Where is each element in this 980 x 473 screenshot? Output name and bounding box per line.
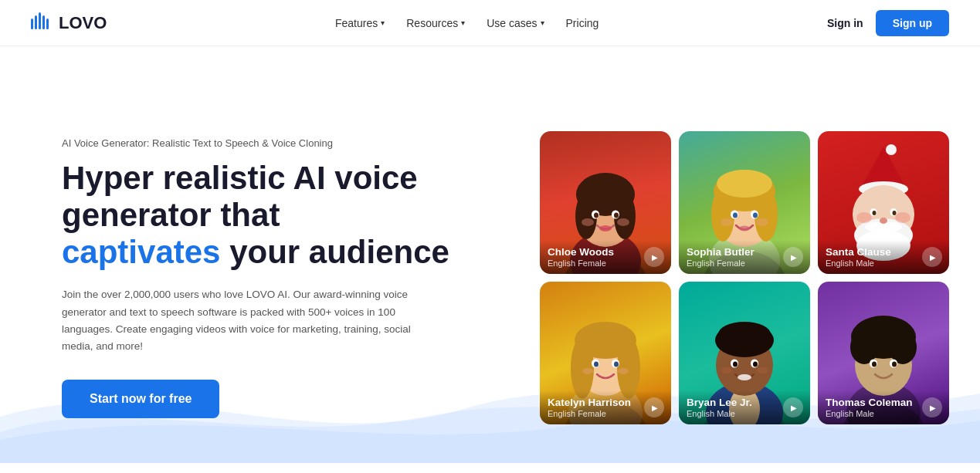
svg-rect-4 xyxy=(46,19,49,29)
svg-point-61 xyxy=(618,368,629,374)
svg-point-68 xyxy=(718,322,771,346)
svg-point-48 xyxy=(895,212,910,223)
svg-point-58 xyxy=(594,362,599,367)
hero-subtitle: AI Voice Generator: Realistic Text to Sp… xyxy=(62,137,449,149)
svg-point-45 xyxy=(893,211,897,215)
svg-rect-1 xyxy=(35,15,37,29)
svg-point-89 xyxy=(892,362,897,367)
play-button-thomas[interactable]: ▶ xyxy=(922,397,942,417)
svg-point-88 xyxy=(872,362,877,367)
logo[interactable]: LOVO xyxy=(31,12,107,34)
play-button-bryan[interactable]: ▶ xyxy=(783,397,803,417)
svg-point-15 xyxy=(614,213,619,218)
nav-use-cases[interactable]: Use cases ▾ xyxy=(487,17,544,29)
play-button-sophia[interactable]: ▶ xyxy=(783,247,803,267)
hero-description: Join the over 2,000,000 users who love L… xyxy=(62,286,417,355)
svg-point-73 xyxy=(738,374,751,380)
voice-card-katelyn[interactable]: Katelyn Harrison English Female ▶ xyxy=(540,282,671,424)
voice-card-chloe[interactable]: Chloe Woods English Female ▶ xyxy=(540,131,671,274)
nav-links: Features ▾ Resources ▾ Use cases ▾ Prici… xyxy=(335,17,599,29)
chevron-down-icon: ▾ xyxy=(541,19,544,27)
svg-rect-2 xyxy=(39,12,41,29)
svg-rect-3 xyxy=(42,15,45,29)
play-button-chloe[interactable]: ▶ xyxy=(644,247,664,267)
play-button-santa[interactable]: ▶ xyxy=(922,247,942,267)
svg-point-74 xyxy=(721,367,732,373)
chevron-down-icon: ▾ xyxy=(381,19,385,27)
svg-point-32 xyxy=(721,218,733,226)
hero-content: AI Voice Generator: Realistic Text to Sp… xyxy=(62,131,949,424)
svg-point-60 xyxy=(582,368,593,374)
play-button-katelyn[interactable]: ▶ xyxy=(644,397,664,417)
voice-grid: Chloe Woods English Female ▶ xyxy=(540,131,949,424)
start-free-button[interactable]: Start now for free xyxy=(62,380,219,418)
nav-features[interactable]: Features ▾ xyxy=(335,17,385,29)
svg-rect-0 xyxy=(31,19,33,29)
chevron-down-icon: ▾ xyxy=(461,19,465,27)
voice-card-sophia[interactable]: Sophia Butler English Female ▶ xyxy=(679,131,810,274)
navbar: LOVO Features ▾ Resources ▾ Use cases ▾ … xyxy=(0,0,980,46)
svg-point-46 xyxy=(880,218,887,224)
nav-resources[interactable]: Resources ▾ xyxy=(406,17,465,29)
svg-point-85 xyxy=(868,317,899,339)
sign-up-button[interactable]: Sign up xyxy=(876,10,949,36)
logo-icon xyxy=(31,12,53,34)
hero-section: AI Voice Generator: Realistic Text to Sp… xyxy=(0,46,980,463)
svg-point-17 xyxy=(582,218,594,226)
svg-point-31 xyxy=(739,226,750,231)
nav-actions: Sign in Sign up xyxy=(827,10,949,36)
voice-card-santa[interactable]: Santa Clause English Male ▶ xyxy=(818,131,949,274)
svg-point-71 xyxy=(733,362,738,367)
sign-in-button[interactable]: Sign in xyxy=(827,17,863,29)
svg-point-16 xyxy=(599,225,612,231)
svg-point-75 xyxy=(757,367,768,373)
svg-point-33 xyxy=(756,218,768,226)
svg-point-54 xyxy=(571,337,594,399)
nav-pricing[interactable]: Pricing xyxy=(566,17,599,29)
hero-title: Hyper realistic AI voice generator that … xyxy=(62,160,449,272)
svg-point-72 xyxy=(753,362,758,367)
voice-card-thomas[interactable]: Thomas Coleman English Male ▶ xyxy=(818,282,949,424)
svg-point-59 xyxy=(614,362,619,367)
svg-point-30 xyxy=(753,213,758,218)
svg-point-14 xyxy=(594,213,599,218)
svg-point-26 xyxy=(717,170,772,198)
svg-point-18 xyxy=(617,218,629,226)
voice-card-bryan[interactable]: Bryan Lee Jr. English Male ▶ xyxy=(679,282,810,424)
svg-point-44 xyxy=(873,211,877,215)
svg-point-55 xyxy=(617,337,640,399)
svg-point-47 xyxy=(856,212,872,223)
logo-label: LOVO xyxy=(59,13,107,33)
svg-point-36 xyxy=(886,144,897,155)
hero-text: AI Voice Generator: Realistic Text to Sp… xyxy=(62,137,449,419)
svg-point-29 xyxy=(733,213,738,218)
